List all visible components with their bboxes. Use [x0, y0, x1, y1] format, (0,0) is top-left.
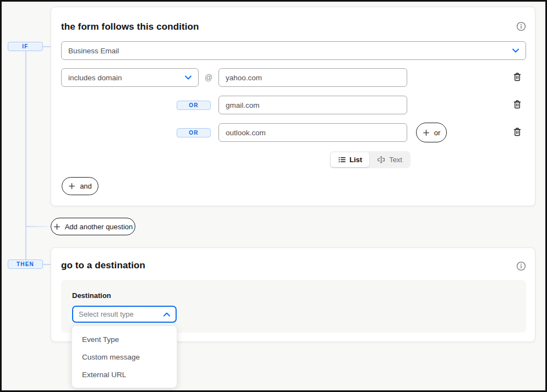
- add-and-button[interactable]: and: [62, 177, 99, 195]
- destination-info-button[interactable]: [516, 261, 526, 271]
- add-question-connector: [26, 226, 51, 227]
- plus-icon: [423, 129, 430, 136]
- view-toggle-text-label: Text: [389, 156, 402, 164]
- result-type-select[interactable]: Select result type: [72, 306, 177, 323]
- trash-icon: [512, 99, 523, 110]
- info-icon: [516, 261, 526, 271]
- question-select-value: Business Email: [68, 47, 119, 55]
- text-cursor-icon: [376, 156, 386, 164]
- add-or-label: or: [434, 129, 441, 137]
- view-toggle: List Text: [330, 151, 411, 168]
- delete-row-1-button[interactable]: [511, 71, 523, 84]
- at-symbol: @: [205, 73, 212, 82]
- trash-icon: [512, 126, 523, 137]
- result-type-menu: Event Type Custom message External URL: [72, 325, 177, 388]
- view-toggle-text[interactable]: Text: [369, 152, 409, 167]
- domain-input-wrap-2: [218, 96, 407, 114]
- or-badge-1: OR: [177, 101, 211, 110]
- plus-icon: [53, 223, 61, 230]
- add-or-button[interactable]: or: [416, 123, 447, 142]
- add-and-label: and: [80, 182, 92, 190]
- question-select[interactable]: Business Email: [61, 41, 526, 60]
- or-badge-2: OR: [177, 128, 211, 137]
- destination-label: Destination: [72, 291, 111, 300]
- logic-builder-screen: IF THEN the form follows this condition …: [0, 0, 547, 392]
- menu-item-custom-message[interactable]: Custom message: [72, 348, 177, 366]
- domain-input-3[interactable]: [226, 129, 400, 137]
- condition-card: the form follows this condition Business…: [51, 7, 535, 206]
- domain-input-wrap-3: [218, 123, 407, 142]
- result-type-placeholder: Select result type: [79, 310, 134, 318]
- if-card-connector: [43, 46, 51, 47]
- or-badge-label: OR: [189, 130, 198, 136]
- info-icon: [516, 21, 526, 31]
- destination-card-title: go to a destination: [61, 260, 145, 271]
- delete-row-3-button[interactable]: [511, 126, 523, 139]
- view-toggle-list[interactable]: List: [331, 152, 369, 167]
- condition-card-title: the form follows this condition: [61, 21, 199, 32]
- operator-select[interactable]: includes domain: [61, 68, 199, 87]
- domain-input-2[interactable]: [226, 101, 400, 109]
- chevron-down-icon: [512, 48, 519, 53]
- trash-icon: [512, 71, 523, 82]
- menu-item-external-url[interactable]: External URL: [72, 366, 177, 383]
- list-icon: [338, 156, 346, 164]
- if-badge: IF: [8, 42, 43, 51]
- or-badge-label: OR: [189, 102, 198, 108]
- then-card-connector: [43, 264, 51, 265]
- add-question-button[interactable]: Add another question: [51, 218, 135, 235]
- operator-select-value: includes domain: [68, 74, 122, 82]
- delete-row-2-button[interactable]: [511, 99, 523, 111]
- domain-input-1[interactable]: [226, 74, 400, 82]
- menu-item-event-type[interactable]: Event Type: [72, 330, 177, 348]
- condition-info-button[interactable]: [516, 21, 526, 31]
- chevron-up-icon: [163, 312, 170, 317]
- view-toggle-list-label: List: [349, 156, 362, 164]
- domain-input-wrap-1: [218, 68, 407, 87]
- if-then-connector-line: [25, 51, 26, 261]
- then-badge: THEN: [8, 260, 43, 269]
- then-badge-label: THEN: [17, 261, 34, 267]
- if-badge-label: IF: [22, 43, 28, 49]
- add-question-label: Add another question: [65, 223, 133, 231]
- plus-icon: [68, 183, 75, 190]
- chevron-down-icon: [185, 75, 192, 80]
